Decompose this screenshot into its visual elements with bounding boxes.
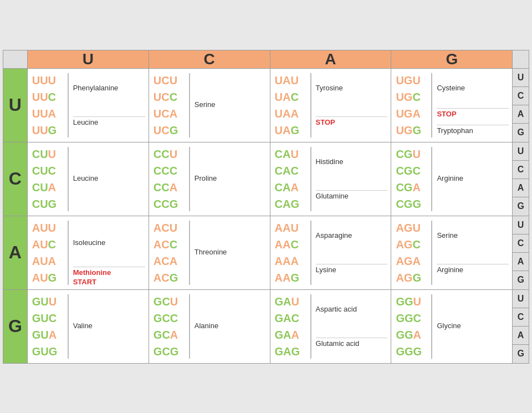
- row-header-C: C: [3, 142, 28, 216]
- aa-label-Tyrosine: Tyrosine: [316, 84, 388, 93]
- aa-label-Leucine: Leucine: [73, 174, 145, 183]
- aa-label-Proline: Proline: [195, 174, 267, 183]
- aa-label-Glycine: Glycine: [437, 322, 509, 331]
- codon-cell-CCU: CCUCCCCCACCGProline: [149, 142, 270, 216]
- codon-CUA: CUA: [32, 179, 66, 196]
- codon-cell-AUU: AUUAUCAUAAUGIsoleucineMethionineSTART: [27, 216, 149, 289]
- codon-cell-UUU: UUUUUCUUAUUGPhenylalanineLeucine: [27, 68, 149, 142]
- codon-UUG: UUG: [32, 122, 66, 139]
- codon-table: U C A G UUUUUUCUUAUUGPhenylalanineLeucin…: [3, 50, 529, 364]
- codon-UGA: UGA: [396, 105, 430, 122]
- aa-label-Threonine: Threonine: [195, 248, 267, 257]
- right-label-13: C: [513, 308, 529, 326]
- codon-CAA: CAA: [275, 179, 309, 196]
- aa-label-Arginine: Arginine: [437, 174, 509, 183]
- aa-label-STOP: STOP: [316, 118, 388, 128]
- right-label-5: C: [513, 160, 529, 179]
- codon-AGU: AGU: [396, 220, 430, 236]
- codon-cell-AAU: AAUAACAAAAAGAsparagineLysine: [270, 216, 391, 289]
- codon-cell-ACU: ACUACCACAACGThreonine: [149, 216, 270, 289]
- codon-CCA: CCA: [154, 179, 188, 196]
- codon-CUU: CUU: [32, 146, 66, 162]
- codon-GUG: GUG: [32, 343, 66, 360]
- aa-label-Leucine: Leucine: [73, 118, 145, 128]
- codon-UGU: UGU: [396, 72, 430, 89]
- codon-CUC: CUC: [32, 162, 66, 179]
- right-label-15: G: [513, 345, 529, 363]
- aa-label-Tryptophan: Tryptophan: [437, 126, 509, 136]
- codon-GCC: GCC: [154, 310, 188, 327]
- row-header-A: A: [3, 216, 28, 289]
- aa-label-Isoleucine: Isoleucine: [73, 238, 145, 248]
- codon-AUA: AUA: [32, 253, 66, 269]
- codon-GGU: GGU: [396, 293, 430, 310]
- col-header-C: C: [149, 50, 270, 68]
- row-header-G: G: [3, 289, 28, 363]
- codon-cell-UGU: UGUUGCUGAUGGCysteineSTOPTryptophan: [391, 68, 513, 142]
- aa-label-Phenylalanine: Phenylalanine: [73, 84, 145, 93]
- codon-UGG: UGG: [396, 122, 430, 139]
- codon-GAG: GAG: [275, 343, 309, 360]
- codon-UUA: UUA: [32, 105, 66, 122]
- codon-GAA: GAA: [275, 327, 309, 343]
- codon-UCU: UCU: [154, 72, 188, 89]
- codon-CAU: CAU: [275, 146, 309, 162]
- codon-cell-UCU: UCUUCCUCAUCGSerine: [149, 68, 270, 142]
- right-label-9: C: [513, 234, 529, 252]
- codon-cell-GCU: GCUGCCGCAGCGAlanine: [149, 289, 270, 363]
- aa-label-Lysine: Lysine: [316, 266, 388, 275]
- codon-CGC: CGC: [396, 162, 430, 179]
- codon-CGA: CGA: [396, 179, 430, 196]
- col-header-U: U: [27, 50, 149, 68]
- codon-ACU: ACU: [154, 220, 188, 236]
- right-corner: [513, 50, 529, 68]
- aa-label-Cysteine: Cysteine: [437, 84, 509, 93]
- right-label-10: A: [513, 253, 529, 271]
- codon-UUC: UUC: [32, 89, 66, 105]
- aa-label-Serine: Serine: [195, 100, 267, 110]
- aa-label-Histidine: Histidine: [316, 157, 388, 167]
- codon-AGA: AGA: [396, 253, 430, 269]
- codon-GGA: GGA: [396, 327, 430, 343]
- right-label-3: G: [513, 124, 529, 142]
- right-label-4: U: [513, 142, 529, 160]
- right-label-6: A: [513, 179, 529, 197]
- codon-cell-CUU: CUUCUCCUACUGLeucine: [27, 142, 149, 216]
- corner-cell: [3, 50, 28, 68]
- aa-label-Glutamine: Glutamine: [316, 192, 388, 201]
- codon-GAU: GAU: [275, 293, 309, 310]
- codon-UAG: UAG: [275, 122, 309, 139]
- codon-GCU: GCU: [154, 293, 188, 310]
- aa-label-STOP: STOP: [437, 110, 509, 119]
- right-label-0: U: [513, 68, 529, 86]
- col-header-G: G: [391, 50, 513, 68]
- codon-GUC: GUC: [32, 310, 66, 327]
- codon-CAC: CAC: [275, 162, 309, 179]
- codon-AAA: AAA: [275, 253, 309, 269]
- codon-UCG: UCG: [154, 122, 188, 139]
- codon-UCC: UCC: [154, 89, 188, 105]
- codon-ACG: ACG: [154, 269, 188, 286]
- right-label-11: G: [513, 271, 529, 289]
- codon-AGC: AGC: [396, 236, 430, 253]
- codon-cell-GUU: GUUGUCGUAGUGValine: [27, 289, 149, 363]
- codon-ACC: ACC: [154, 236, 188, 253]
- codon-GGG: GGG: [396, 343, 430, 360]
- right-label-12: U: [513, 289, 529, 308]
- codon-GGC: GGC: [396, 310, 430, 327]
- codon-UAC: UAC: [275, 89, 309, 105]
- aa-label-Serine: Serine: [437, 231, 509, 241]
- codon-cell-GAU: GAUGACGAAGAGAspartic acidGlutamic acid: [270, 289, 391, 363]
- codon-GAC: GAC: [275, 310, 309, 327]
- codon-CCG: CCG: [154, 196, 188, 212]
- codon-GCG: GCG: [154, 343, 188, 360]
- codon-CCC: CCC: [154, 162, 188, 179]
- codon-AGG: AGG: [396, 269, 430, 286]
- right-label-2: A: [513, 105, 529, 124]
- row-header-U: U: [3, 68, 28, 142]
- col-header-A: A: [270, 50, 391, 68]
- aa-label-Arginine: Arginine: [437, 266, 509, 275]
- aa-label-Valine: Valine: [73, 322, 145, 331]
- codon-UUU: UUU: [32, 72, 66, 89]
- codon-AUC: AUC: [32, 236, 66, 253]
